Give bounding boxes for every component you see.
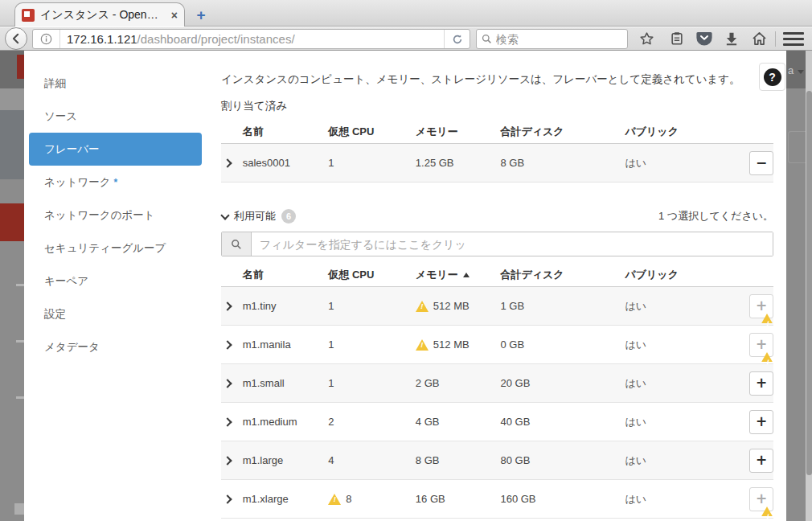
bookmark-star-button[interactable] (635, 27, 658, 50)
flavor-disk: 40 GB (500, 416, 625, 428)
flavor-memory: 2 GB (416, 377, 440, 389)
remove-flavor-button[interactable]: − (749, 151, 773, 175)
toolbar-separator (775, 31, 776, 47)
search-icon (231, 239, 242, 250)
flavor-vcpu: 1 (328, 338, 416, 351)
expand-chevron-icon[interactable] (223, 417, 232, 426)
step-networks[interactable]: ネットワーク* (29, 166, 202, 199)
memory-warning-icon (416, 339, 429, 351)
flavor-name: m1.tiny (243, 300, 329, 312)
vcpu-warning-icon (328, 494, 341, 505)
pocket-button[interactable] (693, 27, 716, 50)
expand-chevron-icon[interactable] (223, 379, 232, 388)
bookmarks-menu-button[interactable] (666, 27, 688, 50)
browser-tab-bar: インスタンス - Open… × + (0, 0, 812, 27)
reload-button[interactable] (444, 30, 470, 48)
available-section-header: 利用可能 6 1 つ選択してください。 (221, 209, 773, 224)
url-bar[interactable]: 172.16.1.121/dashboard/project/instances… (32, 29, 470, 49)
dimmed-background-left (0, 51, 24, 521)
home-icon (752, 31, 767, 46)
header-vcpu[interactable]: 仮想 CPU (328, 268, 416, 282)
expand-chevron-icon[interactable] (223, 158, 232, 167)
available-row-m1-medium: m1.medium 2 4 GB 40 GB はい + (221, 403, 773, 441)
allocated-row-sales0001: sales0001 1 1.25 GB 8 GB はい − (221, 144, 773, 183)
available-row-m1-manila: m1.manila 1 512 MB 0 GB はい + (221, 326, 773, 364)
available-row-m1-xlarge: m1.xlarge 8 16 GB 160 GB はい + (221, 480, 773, 519)
search-input[interactable] (496, 33, 622, 46)
step-security-groups[interactable]: セキュリティーグループ (29, 232, 202, 265)
available-row-m1-large: m1.large 4 8 GB 80 GB はい + (221, 441, 773, 480)
filter-input[interactable] (252, 232, 773, 256)
step-details[interactable]: 詳細 (29, 67, 202, 100)
dimmed-logo-fragment (17, 55, 24, 79)
add-flavor-button[interactable]: + (749, 410, 773, 434)
expand-chevron-icon[interactable] (223, 302, 232, 310)
flavor-memory: 4 GB (416, 416, 440, 428)
flavor-vcpu: 8 (346, 493, 351, 505)
available-row-m1-tiny: m1.tiny 1 512 MB 1 GB はい + (221, 287, 773, 326)
expand-chevron-icon[interactable] (223, 494, 232, 503)
add-flavor-button[interactable]: + (749, 371, 773, 396)
step-key-pair[interactable]: キーペア (29, 265, 202, 297)
filter-search-addon[interactable] (222, 232, 252, 256)
search-icon (482, 34, 492, 44)
flavor-name: m1.medium (243, 416, 329, 428)
menu-button[interactable] (783, 32, 804, 46)
step-network-ports[interactable]: ネットワークのポート (29, 199, 202, 232)
flavor-public: はい (625, 453, 723, 468)
flavor-public: はい (625, 156, 723, 170)
available-row-m1-small: m1.small 1 2 GB 20 GB はい + (221, 364, 773, 403)
add-flavor-button[interactable]: + (749, 449, 773, 473)
flavor-filter[interactable] (221, 232, 773, 256)
header-name[interactable]: 名前 (243, 268, 329, 282)
header-memory: メモリー (416, 125, 501, 139)
back-arrow-icon (10, 33, 22, 44)
home-button[interactable] (748, 27, 770, 50)
site-info-icon[interactable] (33, 30, 60, 48)
expand-chevron-icon[interactable] (223, 340, 232, 349)
flavor-memory: 512 MB (433, 300, 470, 312)
sort-asc-icon (463, 273, 470, 277)
flavor-vcpu: 1 (328, 300, 416, 312)
add-flavor-button[interactable]: + (749, 487, 773, 511)
browser-tab[interactable]: インスタンス - Open… × (14, 2, 185, 27)
flavor-name: m1.manila (243, 338, 329, 351)
button-warning-icon (761, 507, 773, 516)
available-count-badge: 6 (281, 209, 296, 224)
url-path: /dashboard/project/instances/ (137, 32, 295, 46)
back-button[interactable] (5, 27, 27, 50)
step-flavor[interactable]: フレーバー (29, 133, 202, 166)
tab-close-icon[interactable]: × (171, 10, 178, 21)
header-name: 名前 (243, 125, 329, 139)
flavor-public: はい (625, 376, 723, 391)
header-disk[interactable]: 合計ディスク (500, 268, 625, 282)
step-configuration[interactable]: 設定 (29, 297, 202, 330)
screen: インスタンス - Open… × + 172.16.1.121/dashboar… (0, 0, 812, 521)
star-icon (639, 31, 654, 47)
collapse-chevron-icon[interactable] (220, 211, 229, 219)
flavor-vcpu: 4 (328, 454, 416, 466)
add-flavor-button[interactable]: + (749, 333, 773, 357)
step-source[interactable]: ソース (29, 100, 202, 133)
flavor-disk: 20 GB (500, 377, 625, 389)
available-title: 利用可能 (234, 209, 276, 224)
url-host: 172.16.1.121 (67, 32, 137, 46)
expand-chevron-icon[interactable] (223, 456, 232, 465)
flavor-public: はい (625, 338, 723, 352)
downloads-button[interactable] (720, 27, 743, 50)
flavor-memory: 8 GB (416, 454, 440, 466)
search-bar[interactable] (476, 29, 628, 49)
url-text[interactable]: 172.16.1.121/dashboard/project/instances… (60, 32, 444, 46)
add-flavor-button[interactable]: + (749, 294, 773, 318)
header-public[interactable]: パブリック (625, 268, 723, 282)
button-warning-icon (761, 314, 773, 323)
step-metadata[interactable]: メタデータ (29, 330, 202, 363)
header-memory-sorted[interactable]: メモリー (416, 268, 501, 282)
scrollbar-thumb[interactable] (806, 91, 812, 475)
flavor-memory: 16 GB (416, 493, 445, 505)
new-tab-button[interactable]: + (191, 6, 211, 24)
openstack-favicon (22, 9, 35, 22)
page-scrollbar[interactable] (806, 51, 812, 521)
button-warning-icon (761, 352, 773, 362)
flavor-public: はい (625, 415, 723, 429)
